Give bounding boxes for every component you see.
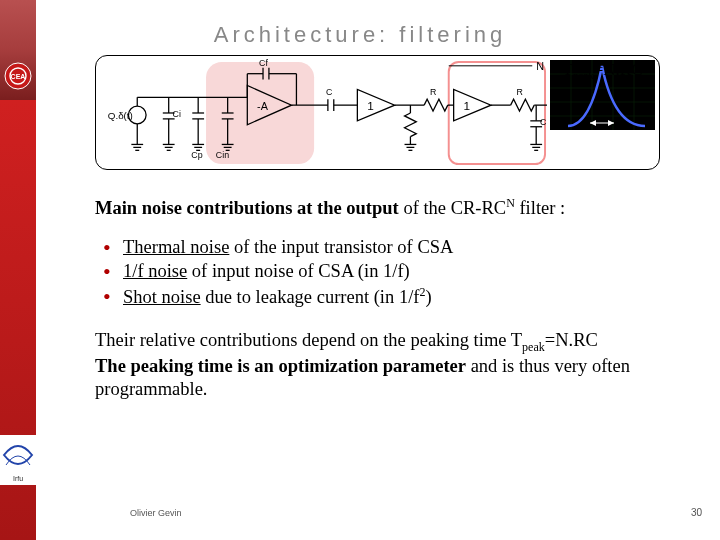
body-text: Main noise contributions at the output o… — [95, 196, 660, 401]
author-name: Olivier Gevin — [130, 508, 182, 518]
label-n: N — [536, 60, 544, 72]
label-cp: Cp — [191, 150, 202, 160]
label-c2: C — [540, 117, 547, 127]
page-number: 30 — [691, 507, 702, 518]
irfu-logo: Irfu — [0, 435, 36, 485]
svg-rect-3 — [449, 62, 545, 164]
label-cf: Cf — [259, 58, 268, 68]
label-ci: Ci — [173, 109, 181, 119]
peak-formula: Tpeak=N.RC — [550, 60, 655, 81]
irfu-logo-text: Irfu — [13, 475, 23, 482]
noise-bullet-list: Thermal noise of the input transistor of… — [95, 236, 660, 309]
list-item: Shot noise due to leakage current (in 1/… — [95, 285, 660, 309]
intro-line: Main noise contributions at the output o… — [95, 196, 660, 220]
cea-logo-text: CEA — [11, 73, 26, 80]
label-c: C — [326, 87, 333, 97]
circuit-diagram: Q.δ(t) Ci Cp Cin -A — [95, 55, 660, 170]
page-title: Architecture: filtering — [0, 22, 720, 48]
label-buf2: 1 — [463, 99, 470, 112]
label-neg-a: -A — [257, 100, 269, 112]
label-q: Q.δ(t) — [108, 110, 133, 121]
list-item: Thermal noise of the input transistor of… — [95, 236, 660, 259]
closing-paragraph: Their relative contributions depend on t… — [95, 329, 660, 401]
label-buf1: 1 — [367, 99, 374, 112]
list-item: 1/f noise of input noise of CSA (in 1/f) — [95, 260, 660, 283]
cea-logo: CEA — [2, 60, 34, 92]
label-cin: Cin — [216, 150, 229, 160]
label-r1: R — [430, 87, 436, 97]
label-r2: R — [517, 87, 523, 97]
